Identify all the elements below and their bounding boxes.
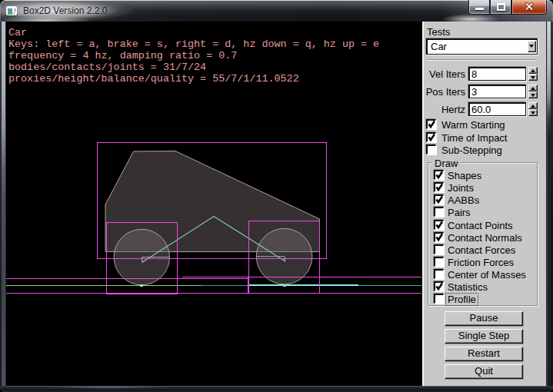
svg-text:frequency = 4 hz, damping rati: frequency = 4 hz, damping ratio = 0.7 xyxy=(8,50,237,61)
svg-text:bodies/contacts/joints = 31/7/: bodies/contacts/joints = 31/7/24 xyxy=(8,61,206,73)
svg-text:proxies/height/balance/quality: proxies/height/balance/quality = 55/7/1/… xyxy=(8,73,299,85)
svg-text:Car: Car xyxy=(8,27,27,38)
svg-text:Keys: left = a, brake = s, rig: Keys: left = a, brake = s, right = d, hz… xyxy=(8,38,379,50)
